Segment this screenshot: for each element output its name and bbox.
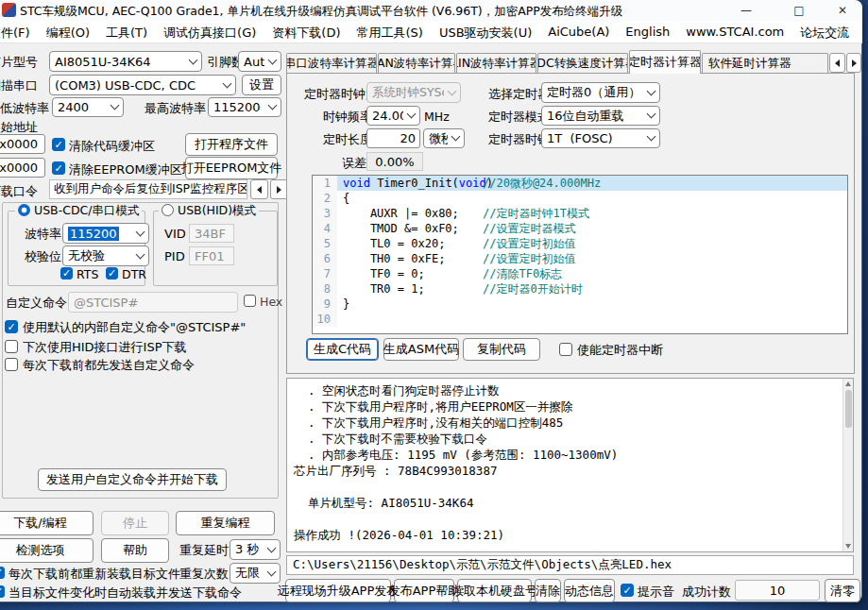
rts-label: RTS [77,267,98,281]
menu-usb-driver[interactable]: USB驱动安装(U) [439,25,532,42]
timer-clock-source-combo[interactable]: 系统时钟SYSclk [366,82,461,103]
scrollbar-track[interactable] [842,379,853,551]
custom-command-input[interactable]: @STCISP# [68,292,238,313]
publish-app-help-button[interactable]: 发布APP帮助 [394,579,454,602]
repeat-delay-combo[interactable]: 3 秒 [230,539,281,560]
repeat-program-button[interactable]: 重复编程 [176,511,275,535]
chevron-down-icon [647,110,656,119]
scroll-left-button[interactable] [250,179,268,199]
menu-english[interactable]: English [625,25,670,42]
tab-lin-baud-calculator[interactable]: LIN波特率计算器 [456,53,536,74]
menu-file[interactable]: 文件(F) [0,25,30,42]
tab-scroll-left-button[interactable] [829,53,845,73]
close-button[interactable]: ✕ [824,0,861,21]
code-start-address-input[interactable] [0,134,45,154]
menu-tools[interactable]: 工具(T) [106,25,147,42]
port-settings-button[interactable]: 设置 [242,75,281,95]
min-baud-combo[interactable]: 2400 [52,97,124,117]
tab-uart-baud-calculator[interactable]: 串口波特率计算器 [286,53,377,74]
pid-field: FF01 [189,246,234,265]
menu-common-tools[interactable]: 常用工具(S) [356,25,422,42]
baud-rate-label: 波特率 [25,227,61,241]
open-eeprom-file-button[interactable]: 打开EEPROM文件 [185,157,278,179]
rts-checkbox[interactable] [60,267,73,280]
send-before-download-checkbox[interactable] [5,358,18,371]
timer-length-input[interactable] [366,128,420,148]
parity-combo[interactable]: 无校验 [62,246,149,266]
clear-code-buffer-checkbox[interactable] [52,138,65,151]
menu-aicube[interactable]: AiCube(A) [548,25,609,42]
remote-upgrade-publish-button[interactable]: 远程现场升级APP发布 [285,579,391,602]
copy-code-button[interactable]: 复制代码 [463,338,540,361]
radio-selected-icon [18,204,30,216]
timer-length-unit-combo[interactable]: 微秒 [423,128,465,148]
download-program-button[interactable]: 下载/编程 [0,511,94,535]
serial-port-combo[interactable]: (COM3) USB-CDC, CDC [49,75,236,95]
code-line: 1void Timer0_Init(void)//20微秒@24.000MHz [313,176,847,191]
tab-adc-speed-calculator[interactable]: ADC转换速度计算器 [537,53,628,74]
timer-mode-combo[interactable]: 16位自动重载 [541,106,660,126]
usb-hid-mode-option[interactable]: USB(HID)模式 [159,203,259,217]
send-custom-command-button[interactable]: 发送用户自定义命令并开始下载 [38,468,227,491]
scroll-down-icon[interactable] [845,544,851,549]
chevron-down-icon [268,101,278,110]
enable-timer-interrupt-checkbox[interactable] [559,343,572,356]
code-editor[interactable]: 1void Timer0_Init(void)//20微秒@24.000MHz … [312,175,848,334]
minimize-button[interactable]: — [725,0,767,21]
menu-website-link[interactable]: www.STCAI.com [686,25,784,42]
clear-log-button[interactable]: 清除 [535,579,561,602]
beep-checkbox[interactable] [621,584,634,597]
max-baud-combo[interactable]: 115200 [208,97,281,117]
reset-count-button[interactable]: 清零 [825,579,860,602]
target-file-path[interactable]: C:\Users\21156\Desktop\示范\示范文件\Objects\点… [286,555,854,575]
menu-program[interactable]: 编程(O) [46,25,90,42]
read-disk-id-button[interactable]: 读取本机硬盘号 [457,579,532,602]
clear-eeprom-buffer-checkbox[interactable] [52,161,65,175]
menu-debug-interface[interactable]: 调试仿真接口(G) [163,25,256,42]
scrollbar-thumb[interactable] [845,390,852,428]
baud-rate-combo[interactable]: 115200 [62,223,149,244]
code-line: 7 TF0 = 0;//清除TF0标志 [313,266,847,281]
tab-can-baud-calculator[interactable]: CAN波特率计算器 [378,53,455,74]
pin-count-combo[interactable]: Auto [238,51,281,72]
stop-button[interactable]: 停止 [101,511,169,535]
repeat-count-combo[interactable]: 无限 [230,563,281,584]
menu-downloads[interactable]: 资料下载(D) [272,25,340,42]
desktop: STC车规级MCU, AEC-Q100 Grade1, 单片机在线升级编程仿真调… [0,0,868,610]
error-value-field: 0.00% [366,152,423,171]
timer-select-combo[interactable]: 定时器0（通用） [541,82,660,103]
generate-c-code-button[interactable]: 生成C代码 [306,338,379,361]
maximize-button[interactable]: □ [778,0,820,21]
tab-timer-calculator[interactable]: 定时器计算器 [629,50,701,74]
scroll-up-icon[interactable] [845,381,851,386]
help-button[interactable]: 帮助 [101,538,169,563]
window-title: STC车规级MCU, AEC-Q100 Grade1, 单片机在线升级编程仿真调… [20,4,622,18]
usb-cdc-mode-option[interactable]: USB-CDC/串口模式 [15,203,142,217]
clock-frequency-combo[interactable]: 24.000 [366,106,420,126]
open-program-file-button[interactable]: 打开程序文件 [185,133,278,156]
autoload-checkbox[interactable] [0,585,5,598]
start-address-label: 起始地址 [0,120,38,134]
dtr-checkbox[interactable] [106,267,118,280]
beep-label: 提示音 [638,585,674,599]
code-line: 8 TR0 = 1;//定时器0开始计时 [313,281,847,297]
reload-target-checkbox[interactable] [0,567,5,579]
tab-software-delay-calculator[interactable]: 软件延时计算器 [702,53,828,74]
chip-model-combo[interactable]: AI8051U-34K64 [49,51,202,72]
success-count-input[interactable] [735,580,820,601]
menu-forum[interactable]: 论坛交流 [800,25,849,42]
use-hid-isp-checkbox[interactable] [5,340,18,353]
timer-clock-combo[interactable]: 1T (FOSC) [541,128,660,148]
code-line: 2{ [313,191,847,206]
check-options-button[interactable]: 检测选项 [0,538,94,563]
chevron-down-icon [448,86,457,95]
generate-asm-code-button[interactable]: 生成ASM代码 [383,338,459,361]
dynamic-info-button[interactable]: 动态信息 [564,579,615,602]
hex-checkbox[interactable] [244,295,256,307]
arrow-right-icon [852,59,857,67]
chevron-down-icon [136,227,145,236]
code-line: 9} [313,297,847,312]
eeprom-start-address-input[interactable] [0,158,45,178]
use-default-command-checkbox[interactable] [5,320,18,333]
tab-scroll-right-button[interactable] [846,53,861,73]
